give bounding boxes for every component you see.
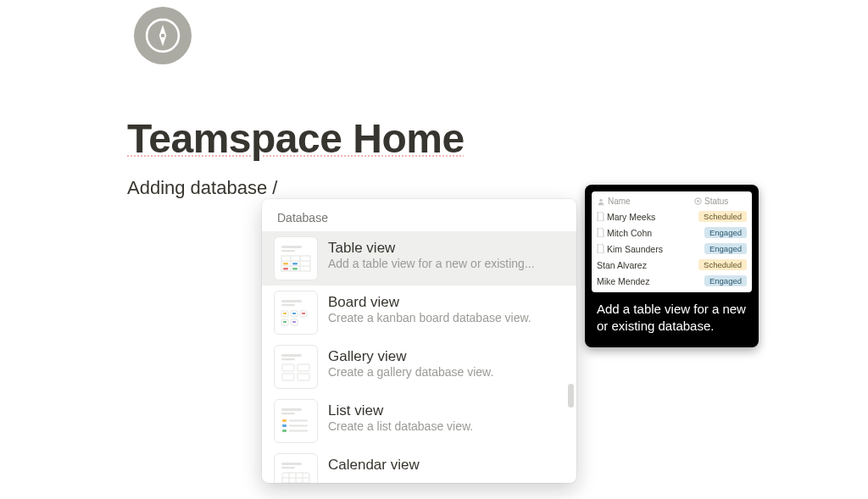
svg-rect-37 (289, 425, 308, 427)
status-badge: Engaged (704, 227, 747, 238)
page-icon[interactable] (134, 7, 192, 64)
svg-rect-14 (281, 300, 302, 302)
page-icon (597, 212, 604, 221)
menu-item-gallery-view[interactable]: Gallery view Create a gallery database v… (262, 340, 576, 394)
svg-rect-12 (283, 268, 288, 270)
table-preview: Name Status Mary Meeks Scheduled Mitch C… (592, 191, 752, 292)
svg-rect-10 (283, 263, 288, 265)
gallery-view-icon (274, 345, 318, 389)
status-badge: Engaged (704, 275, 747, 286)
svg-rect-38 (282, 430, 287, 432)
menu-item-desc: Add a table view for a new or existing..… (328, 257, 535, 270)
page-icon (597, 228, 604, 237)
status-badge: Scheduled (698, 259, 747, 270)
svg-rect-41 (281, 467, 295, 469)
svg-rect-30 (282, 374, 294, 380)
menu-item-board-view[interactable]: Board view Create a kanban board databas… (262, 286, 576, 340)
svg-rect-32 (281, 408, 302, 411)
menu-item-title: List view (328, 402, 473, 419)
svg-rect-4 (281, 250, 295, 252)
preview-row: Mike Mendez Engaged (597, 273, 747, 289)
svg-rect-35 (289, 420, 308, 422)
menu-item-tooltip: Name Status Mary Meeks Scheduled Mitch C… (585, 185, 759, 347)
status-badge: Engaged (704, 243, 747, 254)
svg-rect-21 (302, 313, 305, 314)
preview-row: Stan Alvarez Scheduled (597, 257, 747, 273)
tooltip-text: Add a table view for a new or existing d… (592, 292, 752, 341)
svg-point-2 (161, 34, 165, 38)
page-icon (597, 244, 604, 253)
svg-rect-39 (289, 430, 308, 432)
svg-rect-25 (292, 321, 296, 323)
status-badge: Scheduled (698, 211, 747, 222)
svg-rect-33 (281, 413, 295, 414)
preview-col-name: Name (608, 197, 631, 206)
svg-rect-36 (282, 424, 287, 427)
calendar-view-icon (274, 453, 318, 483)
menu-item-title: Gallery view (328, 348, 493, 365)
menu-section-label: Database (262, 199, 576, 231)
preview-row: Kim Saunders Engaged (597, 241, 747, 257)
svg-rect-15 (281, 304, 295, 306)
menu-item-title: Table view (328, 240, 535, 257)
scrollbar-thumb[interactable] (568, 384, 574, 408)
menu-items: Table view Add a table view for a new or… (262, 231, 576, 483)
svg-rect-17 (283, 313, 287, 314)
svg-rect-11 (292, 263, 298, 265)
compass-icon (134, 7, 192, 64)
svg-rect-31 (298, 374, 309, 380)
person-icon (597, 197, 605, 206)
table-view-icon (274, 236, 318, 280)
list-view-icon (274, 399, 318, 443)
svg-rect-29 (298, 364, 309, 371)
svg-rect-40 (281, 463, 302, 465)
menu-item-desc: Create a gallery database view. (328, 365, 493, 379)
page-title[interactable]: Teamspace Home (127, 115, 868, 162)
status-dot-icon (694, 197, 702, 205)
menu-item-calendar-view[interactable]: Calendar view (262, 448, 576, 483)
svg-rect-28 (282, 364, 294, 371)
svg-rect-27 (281, 358, 295, 360)
menu-item-list-view[interactable]: List view Create a list database view. (262, 394, 576, 448)
svg-rect-23 (283, 321, 287, 323)
preview-row: Mary Meeks Scheduled (597, 208, 747, 225)
svg-rect-13 (292, 268, 298, 270)
slash-command-menu: Database Table view (262, 199, 576, 483)
menu-item-title: Calendar view (328, 457, 420, 474)
menu-item-title: Board view (328, 294, 531, 311)
svg-point-48 (599, 198, 602, 201)
svg-rect-26 (281, 354, 302, 357)
board-view-icon (274, 291, 318, 335)
preview-row: Mitch Cohn Engaged (597, 225, 747, 241)
svg-rect-3 (281, 246, 302, 248)
svg-rect-19 (292, 313, 296, 314)
preview-col-status: Status (704, 197, 728, 206)
menu-item-desc: Create a kanban board database view. (328, 311, 531, 324)
svg-point-50 (697, 200, 699, 202)
menu-item-table-view[interactable]: Table view Add a table view for a new or… (262, 231, 576, 286)
menu-item-desc: Create a list database view. (328, 419, 473, 433)
svg-rect-34 (282, 419, 287, 422)
